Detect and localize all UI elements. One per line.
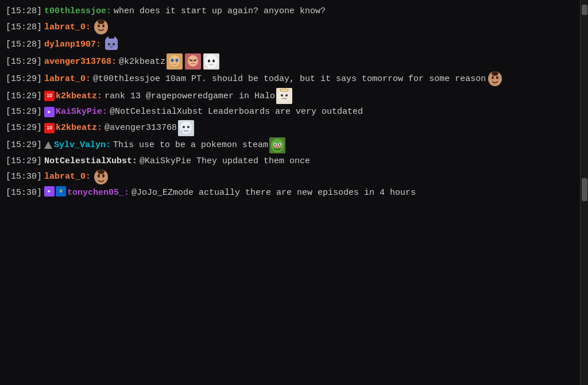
username: k2kbeatz: xyxy=(56,121,102,134)
chat-message: [15:30] labrat_0: xyxy=(6,169,574,185)
svg-point-28 xyxy=(285,94,288,97)
emote-face-white xyxy=(203,53,219,70)
chat-message: [15:29] 10 k2kbeatz: rank 13 @ragepowere… xyxy=(6,88,574,104)
message-text: @JoJo_EZmode actually there are new epis… xyxy=(131,186,416,199)
timestamp: [15:28] xyxy=(6,21,42,34)
svg-point-11 xyxy=(171,59,174,62)
chat-message: [15:29] avenger313768: @k2kbeatz xyxy=(6,53,574,70)
username: labrat_0: xyxy=(44,21,91,34)
scrollbar-thumb-top[interactable] xyxy=(582,5,587,15)
svg-point-33 xyxy=(187,126,189,128)
username: avenger313768: xyxy=(44,55,117,68)
svg-point-31 xyxy=(180,121,192,134)
svg-point-27 xyxy=(281,94,283,97)
timestamp: [15:29] xyxy=(6,72,42,86)
svg-point-19 xyxy=(208,60,210,63)
username: KaiSkyPie: xyxy=(56,105,107,118)
username: labrat_0: xyxy=(44,72,91,86)
badge-10: 10 xyxy=(44,123,55,133)
timestamp: [15:29] xyxy=(6,55,42,68)
emote-face2 xyxy=(487,71,503,87)
chat-message: [15:29] NotCelestialXubst: @KaiSkyPie Th… xyxy=(6,155,574,168)
svg-point-1 xyxy=(98,25,100,28)
username: dylanp1907: xyxy=(44,38,101,51)
svg-point-22 xyxy=(492,76,494,79)
timestamp: [15:28] xyxy=(6,5,42,18)
badge-twitch: ▶ xyxy=(44,107,55,117)
timestamp: [15:29] xyxy=(6,155,42,168)
svg-rect-4 xyxy=(105,38,118,50)
svg-point-23 xyxy=(496,76,498,79)
message-text: This use to be a pokemon steam xyxy=(113,138,268,152)
chat-message: [15:29] ▶ KaiSkyPie: @NotCelestialXubst … xyxy=(6,105,574,118)
message-text: rank 13 @ragepoweredgamer in Halo xyxy=(105,90,275,103)
svg-point-42 xyxy=(277,145,281,148)
svg-point-46 xyxy=(98,170,105,174)
badge-crown: ♛ xyxy=(56,186,66,197)
svg-point-20 xyxy=(212,60,215,63)
chat-message: [15:29] 10 k2kbeatz: @avenger313768 xyxy=(6,120,574,136)
chat-container: [15:28] t00thlessjoe: when does it start… xyxy=(0,0,580,385)
message-text: @NotCelestialXubst Leaderboards are very… xyxy=(110,105,363,118)
scrollbar[interactable] xyxy=(580,0,588,385)
username: tonychen05_: xyxy=(67,186,129,199)
chat-message: [15:29] labrat_0: @t00thlessjoe 10am PT.… xyxy=(6,71,574,87)
message-text: @t00thlessjoe 10am PT. should be today, … xyxy=(93,72,486,86)
chat-message: [15:30] ▶ ♛ tonychen05_: @JoJo_EZmode ac… xyxy=(6,186,574,199)
chat-message: [15:28] t00thlessjoe: when does it start… xyxy=(6,5,574,18)
username: k2kbeatz: xyxy=(56,90,102,103)
svg-point-3 xyxy=(98,20,105,24)
chat-message: [15:29] Sylv_Valyn: This use to be a pok… xyxy=(6,137,574,153)
timestamp: [15:30] xyxy=(6,170,42,183)
timestamp: [15:29] xyxy=(6,138,42,152)
message-text: @avenger313768 xyxy=(105,121,177,134)
emote-halo xyxy=(276,88,292,104)
svg-point-45 xyxy=(102,174,105,178)
svg-point-2 xyxy=(102,25,105,28)
emote-pepe xyxy=(269,137,285,153)
chat-message: [15:28] labrat_0: xyxy=(6,19,574,35)
svg-point-14 xyxy=(188,55,198,67)
emote-cat xyxy=(103,36,119,52)
emote-face xyxy=(93,19,109,35)
svg-point-8 xyxy=(113,43,115,45)
username: labrat_0: xyxy=(44,170,91,183)
emote-face3 xyxy=(93,169,109,185)
badge-10: 10 xyxy=(44,91,55,101)
svg-point-18 xyxy=(205,55,218,68)
svg-point-12 xyxy=(176,59,179,62)
username: t00thlessjoe: xyxy=(44,5,111,18)
svg-point-24 xyxy=(492,71,498,76)
emote-wave xyxy=(178,120,194,136)
chat-message: [15:28] dylanp1907: xyxy=(6,36,574,52)
svg-point-41 xyxy=(274,145,277,148)
svg-point-44 xyxy=(98,174,100,178)
emote-anime2 xyxy=(185,53,201,70)
timestamp: [15:28] xyxy=(6,38,42,51)
svg-point-7 xyxy=(108,43,110,45)
svg-point-32 xyxy=(183,126,185,128)
message-text: @k2kbeatz xyxy=(119,55,165,68)
svg-point-40 xyxy=(279,143,281,145)
badge-twitch: ▶ xyxy=(44,186,55,197)
message-text: @KaiSkyPie They updated them once xyxy=(140,155,310,168)
message-text: when does it start up again? anyone know… xyxy=(114,5,326,18)
scrollbar-thumb[interactable] xyxy=(582,178,587,201)
svg-point-39 xyxy=(274,143,276,145)
timestamp: [15:29] xyxy=(6,121,42,134)
timestamp: [15:29] xyxy=(6,90,42,103)
emote-anime1 xyxy=(167,53,183,70)
username: NotCelestialXubst: xyxy=(44,155,137,168)
username: Sylv_Valyn: xyxy=(54,138,111,152)
timestamp: [15:29] xyxy=(6,105,42,118)
timestamp: [15:30] xyxy=(6,186,42,199)
badge-triangle xyxy=(44,141,52,149)
